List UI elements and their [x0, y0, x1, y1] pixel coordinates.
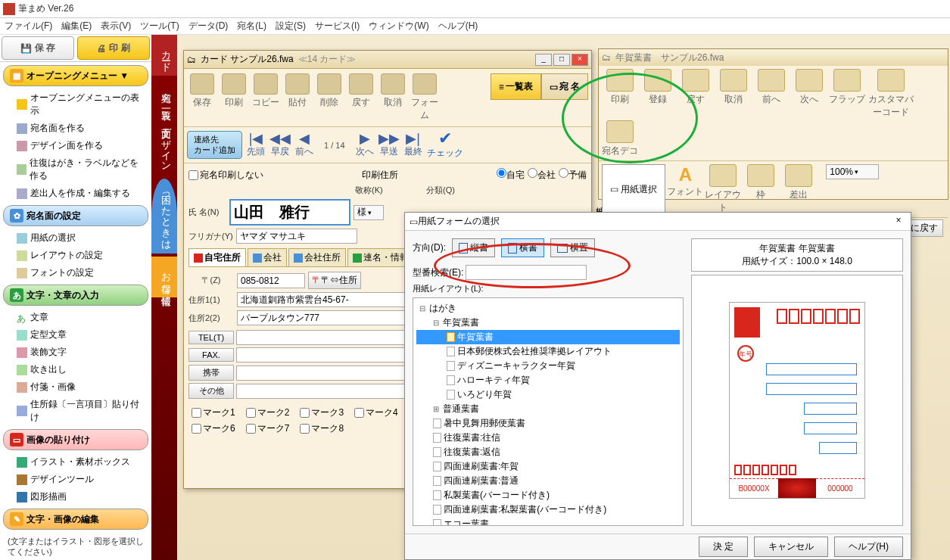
toggle-name-button[interactable]: ▭宛 名 — [541, 73, 588, 100]
tb-form[interactable]: フォーム — [410, 73, 440, 122]
ytb-next[interactable]: 次へ — [791, 69, 827, 119]
window-min-button[interactable]: _ — [535, 54, 552, 66]
print-button[interactable]: 印 刷 — [77, 36, 150, 60]
addr-tab-company-addr[interactable]: 会社住所 — [288, 248, 346, 266]
tree-nenga[interactable]: 年賀葉書 — [416, 330, 680, 344]
textin-sticky[interactable]: 付箋・画像 — [0, 378, 151, 396]
textin-balloon[interactable]: 吹き出し — [0, 361, 151, 378]
mark7[interactable]: マーク7 — [246, 422, 290, 435]
furigana-input[interactable] — [236, 229, 357, 244]
mark8[interactable]: マーク8 — [300, 422, 344, 435]
add-contact-button[interactable]: 連絡先 カード追加 — [187, 131, 242, 158]
toggle-list-button[interactable]: ≡一覧表 — [491, 73, 541, 100]
fax-button[interactable]: FAX. — [188, 348, 234, 362]
menu-address[interactable]: 宛名(L) — [237, 20, 266, 33]
ytb-sender[interactable]: 差出 — [780, 164, 817, 214]
addr-tab-home[interactable]: 自宅住所 — [188, 248, 246, 266]
menu-help[interactable]: ヘルプ(H) — [438, 20, 478, 33]
tree-4nenga[interactable]: 四面連刷葉書:年賀 — [416, 459, 680, 474]
tree-echo[interactable]: エコー葉書 — [416, 517, 680, 526]
menu-edit[interactable]: 編集(E) — [61, 20, 92, 33]
textin-decor[interactable]: 装飾文字 — [0, 344, 151, 361]
mark3[interactable]: マーク3 — [300, 406, 344, 419]
window-close-button[interactable]: × — [572, 54, 588, 66]
ytb-font[interactable]: Aフォント — [667, 164, 703, 214]
ytb-print[interactable]: 印刷 — [602, 69, 638, 119]
side-tab-card[interactable]: カード — [151, 35, 177, 76]
zoom-dropdown[interactable]: 100% — [826, 164, 879, 179]
nav-fastback[interactable]: ◀◀早戻 — [269, 132, 291, 158]
ytb-redo[interactable]: 取消 — [715, 69, 752, 119]
tree-4plain[interactable]: 四面連刷葉書:普通 — [416, 474, 680, 488]
addrset-paper[interactable]: 用紙の選択 — [0, 229, 151, 247]
radio-company[interactable]: 会社 — [528, 168, 556, 182]
nav-first[interactable]: |◀先頭 — [245, 132, 266, 158]
orient-vertical[interactable]: 縦書 — [452, 238, 495, 257]
tree-irodori[interactable]: いろどり年賀 — [416, 387, 680, 402]
ytb-flap[interactable]: フラップ — [829, 69, 865, 119]
image-design-tool[interactable]: デザインツール — [0, 471, 151, 488]
radio-spare[interactable]: 予備 — [559, 168, 587, 182]
ytb-undo[interactable]: 戻す — [677, 69, 714, 119]
tree-round-out[interactable]: 往復葉書:往信 — [416, 431, 680, 445]
tree-4private-bc[interactable]: 四面連刷葉書:私製葉書(バーコード付き) — [416, 502, 680, 517]
opening-item-sender[interactable]: 差出人を作成・編集する — [0, 185, 151, 202]
ytb-layout[interactable]: レイアウト — [705, 164, 741, 214]
tb-undo[interactable]: 戻す — [346, 73, 376, 109]
side-tab-info[interactable]: お得な情報 — [151, 257, 177, 297]
tree-plain[interactable]: ⊞普通葉書 — [416, 402, 680, 416]
tree-hagaki[interactable]: ⊟はがき — [416, 301, 680, 316]
orient-landscape[interactable]: 横置 — [550, 238, 595, 257]
side-tab-list[interactable]: 一覧表 — [151, 94, 177, 112]
help-button[interactable]: ヘルプ(H) — [834, 537, 903, 557]
image-shape[interactable]: 図形描画 — [0, 488, 151, 506]
mobile-button[interactable]: 携帯 — [188, 365, 234, 381]
tb-paste[interactable]: 貼付 — [282, 73, 313, 109]
menu-window[interactable]: ウィンドウ(W) — [369, 20, 428, 33]
tree-jp-layout[interactable]: 日本郵便株式会社推奨準拠レイアウト — [416, 344, 680, 359]
ok-button[interactable]: 決 定 — [699, 537, 748, 557]
address-settings-header[interactable]: ✿ 宛名面の設定 — [3, 205, 148, 226]
name-input[interactable] — [229, 199, 350, 226]
tree-kitty[interactable]: ハローキティ年賀 — [416, 373, 680, 387]
radio-home[interactable]: 自宅 — [497, 168, 525, 182]
keisho-dropdown[interactable]: 様 — [354, 205, 384, 220]
textin-text[interactable]: あ文章 — [0, 309, 151, 326]
ytb-deco[interactable]: 宛名デコ — [602, 120, 638, 157]
mark2[interactable]: マーク2 — [246, 406, 290, 419]
side-tab-design[interactable]: 文面デザイン — [151, 112, 177, 176]
tb-copy[interactable]: コピー — [251, 73, 281, 109]
image-paste-header[interactable]: ▭ 画像の貼り付け — [3, 429, 148, 450]
addrset-font[interactable]: フォントの設定 — [0, 264, 151, 282]
tb-delete[interactable]: 削除 — [314, 73, 344, 109]
tree-nenga-group[interactable]: ⊟年賀葉書 — [416, 316, 680, 330]
menu-view[interactable]: 表示(V) — [101, 20, 131, 33]
check-button[interactable]: ✔チェック — [427, 130, 463, 160]
orient-horizontal-text[interactable]: 横書 — [501, 238, 544, 257]
dialog-close-button[interactable]: × — [891, 215, 906, 229]
menu-service[interactable]: サービス(I) — [315, 20, 360, 33]
ytb-prev[interactable]: 前へ — [753, 69, 790, 119]
opening-item-design[interactable]: デザイン面を作る — [0, 137, 151, 154]
ytb-barcode[interactable]: カスタマバーコード — [867, 69, 915, 119]
addr-tab-company[interactable]: 会社 — [248, 248, 287, 266]
model-search-input[interactable] — [466, 265, 587, 280]
other-button[interactable]: その他 — [188, 383, 234, 399]
ytb-register[interactable]: 登録 — [640, 69, 676, 119]
menu-data[interactable]: データ(D) — [188, 20, 229, 33]
tb-print[interactable]: 印刷 — [219, 73, 249, 109]
nav-prev[interactable]: ◀前へ — [294, 132, 315, 158]
tb-save[interactable]: 保存 — [187, 73, 217, 109]
opening-item-show[interactable]: オープニングメニューの表示 — [0, 89, 151, 120]
tel-button[interactable]: TEL(T) — [188, 331, 234, 344]
text-input-header[interactable]: あ 文字・文章の入力 — [3, 285, 148, 306]
no-print-checkbox[interactable]: 宛名印刷しない — [188, 169, 263, 182]
paper-select-button[interactable]: ▭ 用紙選択 — [602, 164, 665, 214]
tree-round-return[interactable]: 往復葉書:返信 — [416, 445, 680, 459]
menu-file[interactable]: ファイル(F) — [5, 20, 52, 33]
tb-redo[interactable]: 取消 — [378, 73, 408, 109]
layout-tree[interactable]: ⊟はがき ⊟年賀葉書 年賀葉書 日本郵便株式会社推奨準拠レイアウト ディズニーキ… — [413, 297, 684, 526]
opening-menu-header[interactable]: ▦ オープニングメニュー ▼ — [3, 65, 148, 86]
opening-item-address[interactable]: 宛名面を作る — [0, 120, 151, 137]
mark1[interactable]: マーク1 — [192, 406, 235, 419]
